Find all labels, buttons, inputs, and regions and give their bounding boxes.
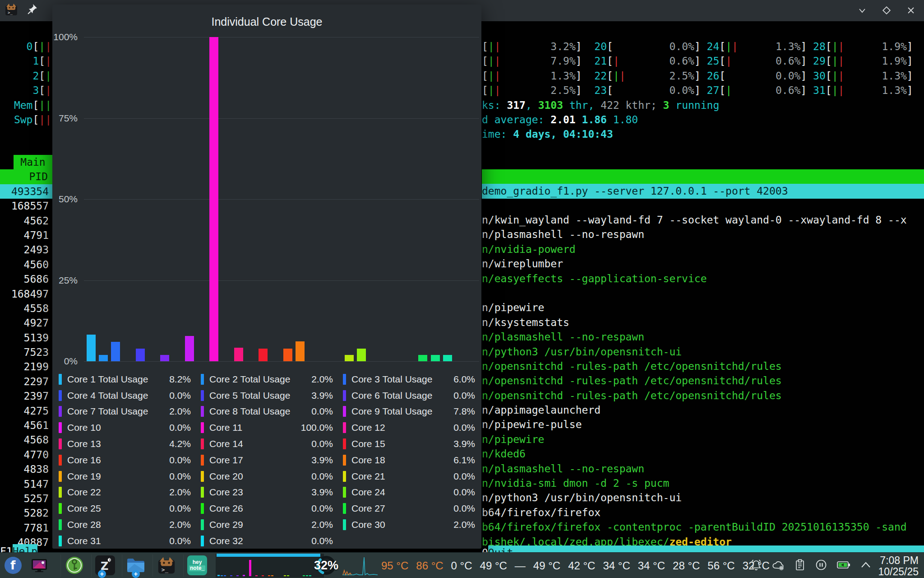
process-row[interactable]: n/nvidia-smi dmon -d 2 -s pucm (482, 476, 924, 490)
heynote-icon[interactable]: hey note_ (187, 555, 208, 576)
htop-column-header-bar[interactable] (482, 169, 924, 184)
mini-bar-core-28 (303, 575, 305, 576)
cpu-meter-row[interactable]: 2[| (0, 69, 52, 83)
stats-line[interactable]: [|| 3.2%] 20[ 0.0%] 24[|| 1.3%] 28[|| 1.… (482, 39, 924, 54)
file-manager-icon[interactable]: + (125, 555, 146, 576)
bar-slot (294, 37, 306, 361)
tray-expand-chevron-icon[interactable] (860, 560, 872, 572)
process-row[interactable]: n/opensnitchd -rules-path /etc/opensnitc… (482, 359, 924, 373)
pid-row[interactable]: 2199 (0, 359, 52, 374)
process-row[interactable]: n/pipewire (482, 300, 924, 315)
selected-pid-row[interactable]: 493354 (0, 184, 52, 199)
pid-row[interactable]: 4558 (0, 301, 52, 316)
process-row[interactable]: b64/firefox/firefox -contentproc -parent… (482, 520, 924, 534)
clipboard-icon[interactable] (794, 559, 806, 573)
pause-circle-icon[interactable] (815, 559, 827, 573)
process-row[interactable]: n/easyeffects --gapplication-service (482, 271, 924, 286)
pid-row[interactable]: 7781 (0, 521, 52, 535)
screenshot-tool-icon[interactable] (29, 555, 50, 576)
process-row[interactable]: n/plasmashell --no-respawn (482, 461, 924, 476)
pid-row[interactable]: 4561 (0, 418, 52, 433)
process-row[interactable]: n/pipewire (482, 432, 924, 447)
pid-row[interactable]: 4927 (0, 316, 52, 330)
pid-row[interactable]: 4275 (0, 404, 52, 418)
legend-label: Core 2 Total Usage (209, 374, 300, 385)
cpu-meter-row[interactable]: Swp[|| (0, 112, 52, 127)
pid-row[interactable]: 168557 (0, 199, 52, 213)
legend-item-core-27: Core 270.0% (343, 500, 475, 517)
pid-row[interactable]: 4770 (0, 447, 52, 462)
stats-line[interactable]: [|| 7.9%] 21[| 0.6%] 25[| 0.6%] 29[|| 1.… (482, 54, 924, 68)
process-row[interactable]: n/kded6 (482, 447, 924, 461)
process-row[interactable]: n/plasmashell --no-respawn (482, 330, 924, 344)
stats-line[interactable]: d average: 2.01 1.86 1.80 (482, 112, 924, 127)
pid-row[interactable]: 4838 (0, 462, 52, 476)
cloud-sync-icon[interactable] (772, 559, 785, 573)
legend-swatch (343, 471, 346, 482)
pid-row[interactable]: 2297 (0, 374, 52, 389)
pid-row[interactable]: 5257 (0, 491, 52, 506)
pid-row[interactable]: 4791 (0, 228, 52, 242)
pin-icon[interactable] (26, 3, 38, 18)
process-row[interactable]: n/wireplumber (482, 256, 924, 271)
pid-row[interactable]: 5282 (0, 506, 52, 520)
stats-line[interactable]: ime: 4 days, 04:10:43 (482, 127, 924, 141)
pid-row[interactable]: 4562 (0, 214, 52, 228)
fkey-quit[interactable]: 0Quit (482, 545, 924, 552)
process-row[interactable]: n/appimagelauncherd (482, 403, 924, 417)
process-row[interactable]: n/pipewire-pulse (482, 417, 924, 432)
legend-item-core-4: Core 4 Total Usage0.0% (59, 387, 191, 404)
kitty-terminal-icon[interactable]: >_ (5, 3, 18, 18)
process-row[interactable]: n/opensnitchd -rules-path /etc/opensnitc… (482, 388, 924, 403)
maximize-button[interactable] (880, 4, 893, 17)
process-row[interactable]: n/plasmashell --no-respawn (482, 227, 924, 242)
legend-item-core-15: Core 153.9% (343, 436, 475, 452)
pid-row[interactable]: 4568 (0, 433, 52, 447)
pid-row[interactable]: 7523 (0, 345, 52, 359)
close-button[interactable] (904, 4, 918, 17)
keepassxc-icon[interactable] (64, 555, 85, 576)
process-row[interactable]: b64/firefox/firefox (482, 505, 924, 520)
fedora-menu-icon[interactable]: f (3, 555, 23, 576)
cpu-meter-row[interactable]: Mem[|| (0, 98, 52, 112)
legend-swatch (59, 503, 62, 514)
mini-bar-core-17 (268, 575, 270, 576)
pid-row[interactable]: 2397 (0, 389, 52, 403)
pid-row[interactable]: 168497 (0, 287, 52, 301)
process-row[interactable]: n/python3 /usr/bin/opensnitch-ui (482, 490, 924, 505)
audio-app-icon[interactable]: Z + (95, 555, 116, 576)
sparkline-widget[interactable] (342, 555, 378, 578)
notifications-bell-icon[interactable] (750, 559, 762, 573)
pid-column-header[interactable]: PID (0, 169, 52, 184)
fkey-help[interactable]: F1Help (0, 544, 37, 552)
cpu-meter-row[interactable]: 3[| (0, 83, 52, 98)
process-row[interactable]: n/ksystemstats (482, 315, 924, 330)
mini-core-chart-widget[interactable] (216, 554, 324, 578)
chart-plot-area: 100%75%50%25%0% (52, 37, 481, 361)
htop-tab-main[interactable]: Main (14, 155, 52, 169)
process-row[interactable]: n/opensnitchd -rules-path /etc/opensnitc… (482, 373, 924, 388)
cpu-meter-row[interactable]: 1[| (0, 54, 52, 68)
pid-row[interactable]: 5139 (0, 331, 52, 345)
process-row[interactable] (482, 286, 924, 300)
pid-row[interactable]: 2493 (0, 242, 52, 257)
pid-row[interactable]: 5147 (0, 477, 52, 491)
minimize-button[interactable] (855, 4, 869, 17)
cpu-meter-row[interactable]: 0[|| (0, 39, 52, 54)
stats-line[interactable]: [|| 1.3%] 22[|| 2.5%] 26[ 0.0%] 30[|| 1.… (482, 69, 924, 83)
battery-icon[interactable] (836, 559, 851, 572)
cpu-gauge-widget[interactable]: 32% (316, 555, 337, 576)
legend-value: 2.0% (300, 374, 333, 385)
process-row[interactable]: n/python3 /usr/bin/opensnitch-ui (482, 345, 924, 359)
digital-clock[interactable]: 7:08 PM 10/25/25 (878, 555, 919, 578)
pid-row[interactable]: 5686 (0, 272, 52, 286)
kitty-terminal-launcher-icon[interactable]: >_ (156, 555, 177, 576)
pid-row[interactable]: 4560 (0, 257, 52, 272)
temperature-sensors[interactable]: 95 °C86 °C 0 °C49 °C—49 °C42 °C34 °C34 °… (381, 553, 770, 578)
process-row[interactable]: n/kwin_wayland --wayland-fd 7 --socket w… (482, 213, 924, 227)
legend-label: Core 6 Total Usage (351, 390, 442, 401)
stats-line[interactable]: ks: 317, 3103 thr, 422 kthr; 3 running (482, 98, 924, 112)
stats-line[interactable]: [|| 2.5%] 23[ 0.0%] 27[| 0.6%] 31[|| 1.3… (482, 83, 924, 98)
process-row[interactable]: n/nvidia-powerd (482, 242, 924, 256)
selected-process-row[interactable]: demo_gradio_f1.py --server 127.0.0.1 --p… (482, 184, 924, 198)
